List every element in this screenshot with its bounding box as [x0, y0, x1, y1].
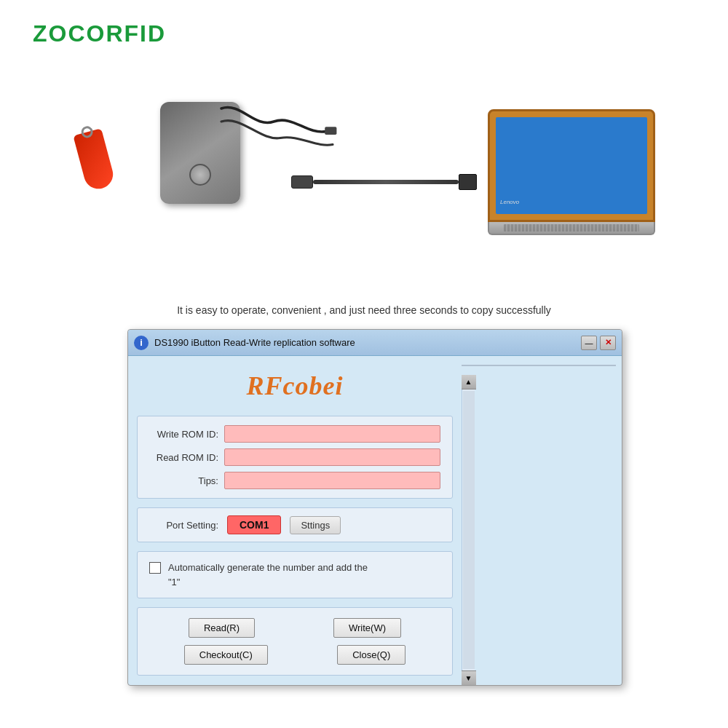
read-rom-label: Read ROM ID: — [149, 452, 218, 463]
scroll-up-button[interactable]: ▲ — [462, 375, 476, 389]
minimize-button[interactable]: — — [581, 336, 597, 350]
write-rom-label: Write ROM ID: — [149, 429, 218, 440]
write-button[interactable]: Write(W) — [333, 618, 401, 638]
com-port-button[interactable]: COM1 — [227, 515, 281, 534]
software-window: i DS1990 iButton Read-Write replication … — [127, 329, 622, 686]
svg-rect-0 — [325, 127, 336, 135]
auto-generate-section: Automatically generate the number and ad… — [137, 551, 453, 598]
reader-device-illustration — [149, 102, 251, 233]
auto-generate-checkbox[interactable] — [149, 562, 161, 574]
auto-generate-text: Automatically generate the number and ad… — [168, 561, 368, 589]
laptop-brand-text: Lenovo — [500, 199, 519, 205]
write-rom-input[interactable] — [224, 425, 440, 443]
read-rom-row: Read ROM ID: — [149, 448, 440, 466]
rfcobei-title: RFcobei — [137, 365, 453, 407]
action-row-2: Checkout(C) Close(Q) — [149, 645, 440, 665]
description-text: It is easy to operate, convenient , and … — [36, 304, 692, 316]
key-fob-illustration — [80, 131, 120, 204]
window-title: DS1990 iButton Read-Write replication so… — [154, 337, 581, 348]
fields-section: Write ROM ID: Read ROM ID: Tips: — [137, 416, 453, 499]
usb-cable-illustration — [291, 167, 480, 197]
window-close-button[interactable]: ✕ — [600, 336, 616, 350]
output-text-area[interactable] — [462, 365, 616, 366]
close-dialog-button[interactable]: Close(Q) — [337, 645, 405, 665]
write-rom-row: Write ROM ID: — [149, 425, 440, 443]
window-controls: — ✕ — [581, 336, 616, 350]
product-illustration: Lenovo — [36, 73, 692, 277]
window-icon: i — [134, 336, 149, 350]
read-rom-input[interactable] — [224, 448, 440, 466]
action-row-1: Read(R) Write(W) — [149, 618, 440, 638]
window-body: RFcobei Write ROM ID: Read ROM ID: Tips: — [128, 356, 622, 685]
scrollbar: ▲ ▼ — [462, 375, 475, 685]
settings-button[interactable]: Sttings — [290, 516, 341, 534]
scroll-track — [463, 391, 475, 669]
laptop-illustration: Lenovo — [488, 109, 655, 255]
port-label: Port Setting: — [149, 520, 218, 531]
scroll-down-button[interactable]: ▼ — [462, 670, 476, 685]
tips-input[interactable] — [224, 472, 440, 489]
actions-section: Read(R) Write(W) Checkout(C) Close(Q) — [137, 607, 453, 676]
title-bar: i DS1990 iButton Read-Write replication … — [128, 330, 622, 356]
port-section: Port Setting: COM1 Sttings — [137, 507, 453, 542]
tips-row: Tips: — [149, 472, 440, 489]
checkout-button[interactable]: Checkout(C) — [184, 645, 268, 665]
brand-logo: ZOCORFID — [33, 20, 166, 47]
tips-label: Tips: — [149, 475, 218, 486]
read-button[interactable]: Read(R) — [189, 618, 255, 638]
left-panel: RFcobei Write ROM ID: Read ROM ID: Tips: — [128, 356, 462, 685]
right-panel: ▲ ▼ — [462, 356, 622, 685]
